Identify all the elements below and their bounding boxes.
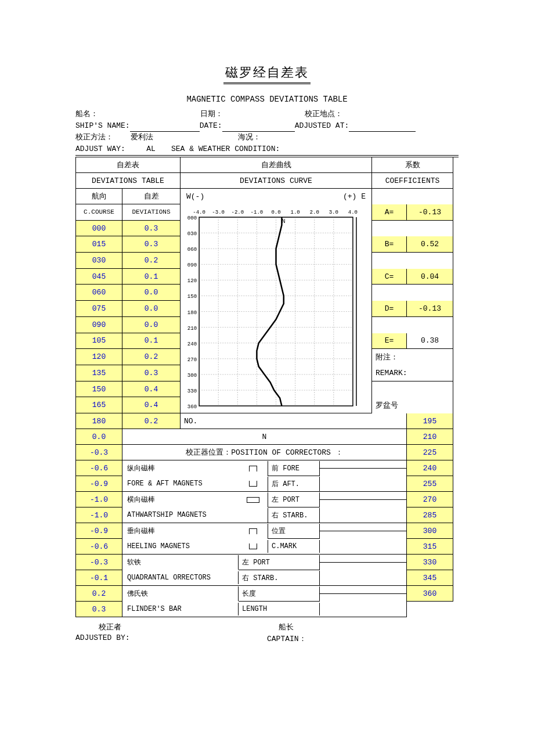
svg-text:-2.0: -2.0 [231,209,244,215]
corr-port: 左 PORT [268,492,320,507]
corr-qport: 左 PORT [239,555,320,570]
course-210: 210 [407,429,453,445]
course-075: 075 [76,301,122,317]
svg-text:330: 330 [187,388,197,394]
hdr-course-en: C.COURSE [76,204,122,221]
page-title-cn: 磁罗经自差表 [75,64,459,81]
course-090: 090 [76,317,122,333]
dev-300: -0.6 [76,539,122,555]
corr-cmark: C.MARK [268,540,320,553]
chart-svg: -4.0-3.0-2.0-1.0 0.01.02.03.04.0 [182,207,368,411]
page-subtitle-en: MAGNETIC COMPASS DEVIATIONS TABLE [75,95,459,104]
hdr-devtable-en: DEVIATIONS TABLE [76,173,181,189]
coef-gap-C [372,285,453,301]
corr-r1-en: FORE & AFT MAGNETS [122,477,239,490]
corr-r1a: 纵向磁棒 前 FORE [122,460,407,476]
dev-345: 0.2 [76,586,122,602]
remark-cn: 附注： [372,349,453,365]
dev-285: -0.9 [76,523,122,539]
course-135: 135 [76,365,122,381]
svg-text:120: 120 [187,278,197,284]
coef-D-val: -0.13 [407,301,453,317]
svg-text:060: 060 [187,246,197,253]
svg-text:0.0: 0.0 [271,209,280,215]
coef-blank-0 [372,189,453,204]
footer-capt-en: CAPTAIN： [267,635,306,643]
svg-text:270: 270 [187,357,197,363]
coef-E-label: E= [372,333,407,350]
remark-en: REMARK: [372,365,453,381]
corr-r1-cn: 纵向磁棒 [122,461,239,476]
corr-port-val[interactable] [320,499,406,500]
hdr-curve-cn: 自差曲线 [181,157,372,173]
dev-330: -0.1 [76,570,122,586]
course-270: 270 [407,492,453,507]
coef-A-label: A= [372,204,407,221]
svg-text:-3.0: -3.0 [212,209,225,215]
deviation-chart: -4.0-3.0-2.0-1.0 0.01.02.03.04.0 [181,204,372,413]
corr-r2b: ATHWARTSHIP MAGNETS 右 STARB. [122,507,407,523]
ship-name-field[interactable] [130,120,200,132]
course-300: 300 [407,523,453,539]
coef-B-val: 0.52 [407,236,453,253]
svg-text:180: 180 [187,309,197,316]
corr-qstarb: 右 STARB. [239,571,320,585]
hdr-devtable-cn: 自差表 [76,157,181,173]
meta-way-val: 爱利法 [131,132,238,143]
corr-fore-val[interactable] [320,468,406,469]
dev-360: 0.3 [76,602,122,617]
corr-r3-en: HEELING MAGNETS [122,540,239,553]
corr-r4b: QUADRANTAL ORRECTORS 右 STARB. [122,570,407,586]
adjusted-at-field[interactable] [349,120,416,132]
title-underline [223,82,311,84]
svg-text:4.0: 4.0 [348,209,358,215]
corr-r3-cn: 垂向磁棒 [122,524,239,538]
coef-C-label: C= [372,269,407,285]
corr-r5-cn: 佛氏铁 [122,586,239,601]
vbox-icon-top [249,528,257,534]
footer2: ADJUSTED BY: CAPTAIN： [75,633,459,644]
dev-000: 0.3 [122,221,181,237]
coef-A-val: -0.13 [407,204,453,221]
corr-r3b: HEELING MAGNETS C.MARK [122,539,407,555]
meta-place-cn: 校正地点： [305,109,342,120]
dev-195: 0.0 [76,429,122,445]
course-315: 315 [407,539,453,555]
svg-text:-1.0: -1.0 [251,209,264,215]
dev-225: -0.6 [76,460,122,476]
corr-aft: 后 AFT. [268,477,320,491]
dev-255: -1.0 [76,492,122,507]
svg-text:1.0: 1.0 [290,209,300,215]
meta-adjusted-en: ADJUSTED AT: [295,120,349,132]
footer-capt-cn: 船长 [279,622,459,632]
meta-date-cn: 日期： [200,109,305,120]
coef-gap-A [372,221,453,237]
meta-way-en: ADJUST WAY: [75,143,131,156]
dev-075: 0.0 [122,301,181,317]
corr-qport-val[interactable] [320,562,406,563]
svg-text:360: 360 [187,404,197,410]
meta-date-en: DATE: [200,120,222,132]
corr-pos-val[interactable] [320,531,406,531]
coef-gap-remark [372,381,453,398]
course-030: 030 [76,253,122,269]
coef-B-label: B= [372,236,407,253]
corr-length-val1[interactable] [320,593,406,594]
correctors-title: 校正器位置：POSITION OF CORRECTORS ： [122,445,407,460]
page: 磁罗经自差表 MAGNETIC COMPASS DEVIATIONS TABLE… [0,0,534,756]
hdr-w: W(-) [186,192,204,201]
meta-block: 船名： 日期： 校正地点： SHIP'S NAME: DATE: ADJUSTE… [75,109,459,156]
corr-r2-en: ATHWARTSHIP MAGNETS [122,509,239,521]
svg-text:090: 090 [187,262,197,268]
dev-135: 0.3 [122,365,181,381]
footer-adj-en: ADJUSTED BY: [75,633,130,642]
corr-r4a: 软铁 左 PORT [122,555,407,570]
date-field[interactable] [222,120,295,132]
course-195: 195 [407,413,453,429]
corr-r5a: 佛氏铁 长度 [122,586,407,602]
dev-060: 0.0 [122,285,181,301]
hdr-we: W(-)(+) E [181,189,372,204]
coef-C-val: 0.04 [407,269,453,285]
dev-105: 0.1 [122,333,181,350]
hdr-e: (+) E [343,192,366,201]
